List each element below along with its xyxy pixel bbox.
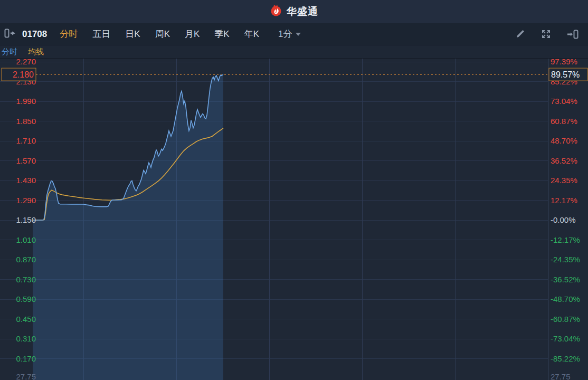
svg-text:0.310: 0.310 xyxy=(16,334,36,343)
app-header: 华盛通 xyxy=(0,0,588,23)
tab-wuri[interactable]: 五日 xyxy=(85,28,118,40)
tab-jik[interactable]: 季K xyxy=(207,28,236,40)
toolbar-tabs: 分时五日日K周K月K季K年K xyxy=(52,28,267,40)
collapse-left-icon[interactable] xyxy=(4,28,16,40)
svg-text:-73.04%: -73.04% xyxy=(551,334,580,343)
tab-fenshi[interactable]: 分时 xyxy=(52,28,85,40)
svg-text:60.87%: 60.87% xyxy=(551,117,577,126)
svg-text:97.39%: 97.39% xyxy=(551,59,577,66)
toolbar-right-icons xyxy=(515,29,582,39)
svg-text:-60.87%: -60.87% xyxy=(551,315,580,324)
tab-rik[interactable]: 日K xyxy=(118,28,147,40)
svg-text:2.180: 2.180 xyxy=(13,70,34,79)
interval-selector[interactable]: 1分 xyxy=(278,28,301,40)
svg-text:1.850: 1.850 xyxy=(16,117,36,126)
svg-text:-85.22%: -85.22% xyxy=(551,354,580,363)
app-title: 华盛通 xyxy=(287,5,318,18)
svg-text:0.590: 0.590 xyxy=(16,294,36,303)
svg-text:0.170: 0.170 xyxy=(16,354,36,363)
svg-text:1.990: 1.990 xyxy=(16,97,36,106)
edit-icon[interactable] xyxy=(515,29,525,39)
svg-text:27.75: 27.75 xyxy=(551,372,571,380)
svg-text:0.870: 0.870 xyxy=(16,255,36,264)
legend-item-fenshi-line[interactable]: 分时 xyxy=(2,47,17,57)
chevron-down-icon xyxy=(296,33,301,36)
legend-item-junxian-line[interactable]: 均线 xyxy=(28,47,44,57)
svg-text:1.290: 1.290 xyxy=(16,196,36,205)
svg-text:0.450: 0.450 xyxy=(16,315,36,324)
svg-text:-36.52%: -36.52% xyxy=(551,275,580,284)
svg-text:27.75: 27.75 xyxy=(16,372,36,380)
svg-text:1.010: 1.010 xyxy=(16,235,36,244)
chart-area: 2.2702.1301.9901.8501.7101.5701.4301.290… xyxy=(0,59,588,380)
svg-text:-0.00%: -0.00% xyxy=(551,215,576,224)
svg-text:1.150: 1.150 xyxy=(16,215,36,224)
tab-niank[interactable]: 年K xyxy=(237,28,267,40)
svg-text:12.17%: 12.17% xyxy=(551,196,577,205)
svg-text:1.710: 1.710 xyxy=(16,136,36,145)
svg-text:2.270: 2.270 xyxy=(16,59,36,66)
svg-text:36.52%: 36.52% xyxy=(551,156,577,165)
chart-toolbar: 01708 分时五日日K周K月K季K年K 1分 xyxy=(0,23,588,45)
svg-text:89.57%: 89.57% xyxy=(551,70,580,79)
chart-legend: 分时均线 xyxy=(0,45,588,59)
tab-yuek[interactable]: 月K xyxy=(177,28,207,40)
svg-text:0.730: 0.730 xyxy=(16,275,36,284)
svg-text:-48.70%: -48.70% xyxy=(551,294,580,303)
svg-text:1.430: 1.430 xyxy=(16,176,36,185)
minute-chart[interactable]: 2.2702.1301.9901.8501.7101.5701.4301.290… xyxy=(0,59,588,380)
tab-zhouk[interactable]: 周K xyxy=(148,28,177,40)
svg-text:73.04%: 73.04% xyxy=(551,97,577,106)
interval-label: 1分 xyxy=(278,28,292,40)
svg-text:-12.17%: -12.17% xyxy=(551,235,580,244)
flame-logo-icon xyxy=(270,4,282,19)
svg-text:24.35%: 24.35% xyxy=(551,176,577,185)
svg-text:-24.35%: -24.35% xyxy=(551,255,580,264)
expand-right-icon[interactable] xyxy=(567,30,578,39)
fullscreen-icon[interactable] xyxy=(541,29,551,39)
stock-code: 01708 xyxy=(22,29,47,40)
svg-text:48.70%: 48.70% xyxy=(551,136,577,145)
svg-text:1.570: 1.570 xyxy=(16,156,36,165)
